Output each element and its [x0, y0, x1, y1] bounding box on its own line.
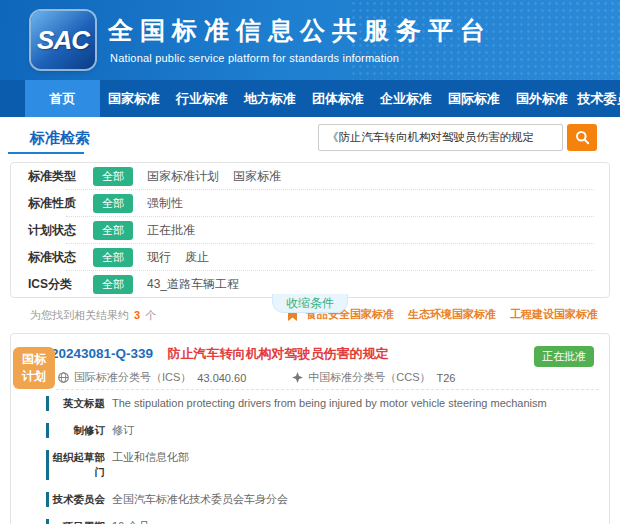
nav-item-local-standards[interactable]: 地方标准 — [236, 80, 304, 117]
ccs-label: 中国标准分类号（CCS） — [308, 370, 430, 385]
sac-logo-text: SAC — [37, 25, 89, 56]
nav-item-technical-committee[interactable]: 技术委员会 — [576, 80, 620, 117]
field-english-title: 英文标题 The stipulation protecting drivers … — [46, 396, 597, 411]
search-button[interactable] — [567, 124, 597, 151]
dashed-divider — [56, 389, 599, 390]
result-title-line: 20243081-Q-339 防止汽车转向机构对驾驶员伤害的规定 — [51, 344, 529, 363]
type-badge-line2: 计划 — [22, 368, 46, 385]
field-label: 项目周期 — [51, 519, 105, 524]
site-header: SAC 全国标准信息公共服务平台 National public service… — [0, 0, 620, 80]
field-label: 组织起草部门 — [51, 450, 105, 480]
quick-link-eco-environment[interactable]: 生态环境国家标准 — [408, 307, 496, 322]
tab-underline — [8, 152, 84, 154]
filter-all-badge[interactable]: 全部 — [93, 221, 133, 240]
ics-value: 43.040.60 — [197, 372, 246, 384]
filter-all-badge[interactable]: 全部 — [93, 248, 133, 267]
result-card: 20243081-Q-339 防止汽车转向机构对驾驶员伤害的规定 正在批准 国际… — [10, 333, 610, 524]
nav-item-enterprise-standards[interactable]: 企业标准 — [372, 80, 440, 117]
field-label: 技术委员会 — [51, 492, 105, 507]
filter-option[interactable]: 现行 — [147, 249, 171, 266]
filter-row-standard-type: 标准类型 全部 国家标准计划 国家标准 — [11, 163, 609, 190]
sac-logo[interactable]: SAC — [31, 11, 95, 69]
filter-all-badge[interactable]: 全部 — [93, 275, 133, 294]
search-icon — [575, 130, 590, 145]
compass-icon — [292, 372, 303, 383]
field-bar — [46, 396, 49, 411]
field-value: 16 个月 — [112, 519, 597, 524]
field-technical-committee: 技术委员会 全国汽车标准化技术委员会车身分会 — [46, 492, 597, 507]
classification-line: 国际标准分类号（ICS） 43.040.60 中国标准分类号（CCS） T26 — [58, 370, 455, 385]
quick-link-engineering-construction[interactable]: 工程建设国家标准 — [510, 307, 598, 322]
results-count: 3 — [134, 309, 140, 321]
field-bar — [46, 423, 49, 438]
nav-item-industry-standards[interactable]: 行业标准 — [168, 80, 236, 117]
standard-search-tab[interactable]: 标准检索 — [30, 129, 90, 148]
field-value: 全国汽车标准化技术委员会车身分会 — [112, 492, 597, 507]
nav-item-home[interactable]: 首页 — [25, 80, 100, 117]
standard-code-link[interactable]: 20243081-Q-339 — [51, 346, 153, 361]
detail-fields: 英文标题 The stipulation protecting drivers … — [46, 396, 597, 524]
filter-option[interactable]: 正在批准 — [147, 222, 195, 239]
site-subtitle: National public service platform for sta… — [110, 52, 399, 64]
filter-all-badge[interactable]: 全部 — [93, 194, 133, 213]
field-bar — [46, 492, 49, 507]
collapse-conditions-button[interactable]: 收缩条件 — [272, 294, 348, 313]
filter-panel: 标准类型 全部 国家标准计划 国家标准 标准性质 全部 强制性 计划状态 全部 … — [10, 162, 610, 298]
ccs-value: T26 — [437, 372, 456, 384]
filter-label: ICS分类 — [28, 276, 84, 293]
field-project-duration: 项目周期 16 个月 — [46, 519, 597, 524]
filter-label: 标准状态 — [28, 249, 84, 266]
field-value: 修订 — [112, 423, 597, 438]
filter-label: 标准性质 — [28, 195, 84, 212]
field-drafting-department: 组织起草部门 工业和信息化部 — [46, 450, 597, 480]
field-bar — [46, 450, 49, 480]
filter-option[interactable]: 废止 — [185, 249, 209, 266]
field-value: The stipulation protecting drivers from … — [112, 396, 597, 411]
field-label: 制修订 — [51, 423, 105, 438]
field-revision-type: 制修订 修订 — [46, 423, 597, 438]
filter-label: 计划状态 — [28, 222, 84, 239]
quick-link-label: 生态环境国家标准 — [408, 307, 496, 322]
filter-option[interactable]: 国家标准计划 — [147, 168, 219, 185]
summary-suffix: 个 — [145, 309, 156, 321]
standard-title-link[interactable]: 防止汽车转向机构对驾驶员伤害的规定 — [168, 346, 389, 361]
filter-label: 标准类型 — [28, 168, 84, 185]
field-bar — [46, 519, 49, 524]
filter-option[interactable]: 43_道路车辆工程 — [147, 276, 239, 293]
nav-item-foreign-standards[interactable]: 国外标准 — [508, 80, 576, 117]
search-input[interactable] — [318, 124, 563, 151]
standard-type-badge: 国标 计划 — [13, 347, 55, 389]
type-badge-line1: 国标 — [22, 351, 46, 368]
site-title: 全国标准信息公共服务平台 — [108, 14, 492, 47]
quick-link-label: 工程建设国家标准 — [510, 307, 598, 322]
nav-item-international-standards[interactable]: 国际标准 — [440, 80, 508, 117]
main-nav: 首页 国家标准 行业标准 地方标准 团体标准 企业标准 国际标准 国外标准 技术… — [0, 80, 620, 117]
filter-all-badge[interactable]: 全部 — [93, 167, 133, 186]
nav-item-group-standards[interactable]: 团体标准 — [304, 80, 372, 117]
nav-item-national-standards[interactable]: 国家标准 — [100, 80, 168, 117]
filter-row-plan-status: 计划状态 全部 正在批准 — [11, 217, 609, 244]
page: SAC 全国标准信息公共服务平台 National public service… — [0, 0, 620, 524]
filter-row-standard-nature: 标准性质 全部 强制性 — [11, 190, 609, 217]
status-badge: 正在批准 — [534, 346, 594, 367]
globe-icon — [58, 372, 69, 383]
summary-prefix: 为您找到相关结果约 — [30, 309, 129, 321]
filter-option[interactable]: 强制性 — [147, 195, 183, 212]
results-summary: 为您找到相关结果约 3 个 — [30, 308, 156, 323]
field-value: 工业和信息化部 — [112, 450, 597, 480]
filter-option[interactable]: 国家标准 — [233, 168, 281, 185]
ics-label: 国际标准分类号（ICS） — [74, 370, 191, 385]
field-label: 英文标题 — [51, 396, 105, 411]
filter-row-standard-status: 标准状态 全部 现行 废止 — [11, 244, 609, 271]
